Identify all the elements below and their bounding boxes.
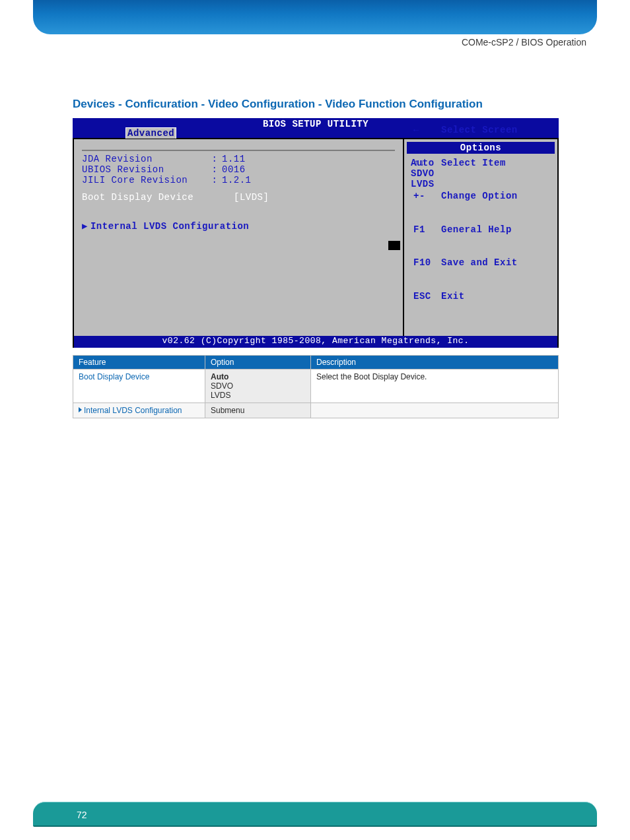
key-f10-icon: F10 <box>413 257 441 269</box>
feature-link[interactable]: Internal LVDS Configuration <box>73 403 205 418</box>
option-value: LVDS <box>211 391 305 400</box>
feature-label: Internal LVDS Configuration <box>84 406 182 415</box>
bios-help-text: General Help <box>441 224 512 235</box>
bios-rev-row: UBIOS Revision:0016 <box>82 164 395 175</box>
bios-help: ←Select Screen ↑↓Select Item +-Change Op… <box>413 102 518 324</box>
arrow-left-icon: ← <box>413 125 441 136</box>
option-cell: Auto SDVO LVDS <box>205 370 311 403</box>
triangle-right-icon: ▶ <box>82 221 88 232</box>
bios-tab-advanced[interactable]: Advanced <box>125 127 176 139</box>
bios-body: JDA Revision:1.11 UBIOS Revision:0016 JI… <box>73 138 559 336</box>
bios-footer-text: v02.62 (C)Copyright 1985-2008, American … <box>162 336 470 346</box>
bios-screenshot: BIOS SETUP UTILITY Advanced JDA Revision… <box>73 118 559 347</box>
feature-table: Feature Option Description Boot Display … <box>73 355 559 418</box>
bios-left-pane: JDA Revision:1.11 UBIOS Revision:0016 JI… <box>74 139 403 336</box>
bios-rev-value: 1.11 <box>222 154 246 164</box>
key-esc-icon: ESC <box>413 291 441 302</box>
bios-cursor <box>388 241 400 250</box>
header-label: COMe-cSP2 / BIOS Operation <box>462 37 586 48</box>
arrows-updown-icon: ↑↓ <box>413 158 441 169</box>
bios-help-text: Select Item <box>441 158 506 168</box>
bios-rev-label: UBIOS Revision <box>82 164 207 175</box>
bios-help-text: Exit <box>441 291 465 302</box>
col-option: Option <box>205 356 311 370</box>
option-value: Auto <box>211 372 305 381</box>
col-description: Description <box>311 356 559 370</box>
bios-rev-row: JILI Core Revision:1.2.1 <box>82 175 395 185</box>
bios-rule <box>82 150 395 151</box>
bios-boot-row[interactable]: Boot Display Device[LVDS] <box>82 192 395 203</box>
option-value: SDVO <box>211 381 305 391</box>
bios-rev-label: JILI Core Revision <box>82 175 207 185</box>
col-feature: Feature <box>73 356 205 370</box>
bios-rev-label: JDA Revision <box>82 154 207 164</box>
option-cell: Submenu <box>205 403 311 418</box>
table-row: Internal LVDS Configuration Submenu <box>73 403 559 418</box>
bios-rev-value: 0016 <box>222 164 246 175</box>
bios-right-pane: Options Auto SDVO LVDS ←Select Screen ↑↓… <box>403 139 557 336</box>
plus-minus-icon: +- <box>413 191 441 202</box>
bios-submenu-label: Internal LVDS Configuration <box>90 221 249 232</box>
feature-link[interactable]: Boot Display Device <box>73 370 205 403</box>
bios-help-text: Change Option <box>441 191 518 201</box>
bios-boot-value: [LVDS] <box>234 192 269 203</box>
bios-boot-label: Boot Display Device <box>82 192 234 203</box>
bios-help-text: Select Screen <box>441 125 518 135</box>
description-cell <box>311 403 559 418</box>
bios-rev-row: JDA Revision:1.11 <box>82 154 395 164</box>
bios-rev-value: 1.2.1 <box>222 175 252 185</box>
table-header-row: Feature Option Description <box>73 356 559 370</box>
description-cell: Select the Boot Display Device. <box>311 370 559 403</box>
top-banner <box>33 0 597 34</box>
key-f1-icon: F1 <box>413 224 441 236</box>
triangle-right-icon <box>79 407 82 412</box>
table-row: Boot Display Device Auto SDVO LVDS Selec… <box>73 370 559 403</box>
footer-bar-shadow <box>33 825 597 827</box>
bios-footer: v02.62 (C)Copyright 1985-2008, American … <box>73 336 559 348</box>
bios-submenu-lvds[interactable]: ▶Internal LVDS Configuration <box>82 221 395 232</box>
bios-help-text: Save and Exit <box>441 257 518 268</box>
footer-bar <box>33 802 597 825</box>
page-number: 72 <box>77 810 87 820</box>
